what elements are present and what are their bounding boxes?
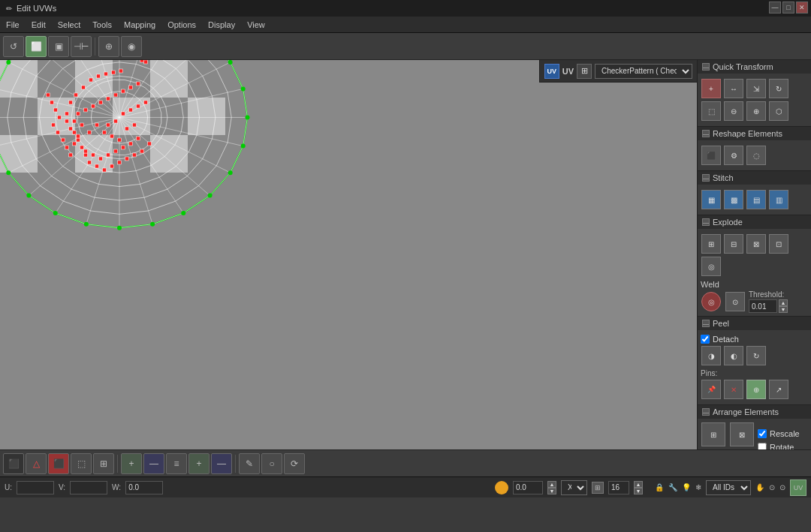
minimize-button[interactable]: — xyxy=(769,2,781,14)
bt9-btn[interactable]: + xyxy=(188,453,210,474)
pin2-btn[interactable]: ✕ xyxy=(724,380,743,399)
peel1-btn[interactable]: ◑ xyxy=(701,346,721,365)
v-input[interactable] xyxy=(70,481,107,494)
explode-collapse[interactable]: — xyxy=(702,218,710,226)
quick-transform-header[interactable]: — Quick Transform xyxy=(698,60,811,74)
qt-move-btn[interactable]: ↔ xyxy=(724,79,743,98)
peel-collapse[interactable]: — xyxy=(702,320,710,327)
bt7-btn[interactable]: — xyxy=(143,453,164,474)
pin1-btn[interactable]: 📌 xyxy=(701,380,721,399)
bt5-btn[interactable]: ⊞ xyxy=(93,453,114,474)
menu-view[interactable]: View xyxy=(241,19,271,31)
detach-checkbox[interactable] xyxy=(701,335,710,344)
pin4-btn[interactable]: ↗ xyxy=(769,380,788,399)
qt-scale-btn[interactable]: ⇲ xyxy=(746,79,766,98)
stitch-collapse[interactable]: — xyxy=(702,174,710,182)
uv-viewport[interactable]: UV UV ⊞ CheckerPattern ( Checker ) xyxy=(0,60,697,449)
arrange-elements-header[interactable]: — Arrange Elements xyxy=(698,405,811,419)
qt-b8-btn[interactable]: ⬡ xyxy=(769,101,788,121)
threshold-down[interactable]: ▼ xyxy=(779,306,788,313)
bt4-btn[interactable]: ⬚ xyxy=(71,453,92,474)
peel3-btn[interactable]: ↻ xyxy=(746,346,766,365)
coord-down[interactable]: ▼ xyxy=(547,488,556,494)
toolbar-select2[interactable]: ▣ xyxy=(48,36,69,57)
explode-header[interactable]: — Explode xyxy=(698,215,811,229)
toolbar-mirror[interactable]: ⊣⊢ xyxy=(71,36,92,57)
qt-b6-btn[interactable]: ⊖ xyxy=(724,101,743,121)
close-button[interactable]: ✕ xyxy=(796,2,808,14)
maximize-button[interactable]: □ xyxy=(782,2,794,14)
svg-point-114 xyxy=(26,194,31,198)
ex5-btn[interactable]: ◎ xyxy=(701,257,721,276)
snow-icon: ❄ xyxy=(695,483,701,491)
main-content: UV UV ⊞ CheckerPattern ( Checker ) — Qui… xyxy=(0,60,811,449)
menu-file[interactable]: File xyxy=(0,19,26,31)
st3-btn[interactable]: ▤ xyxy=(746,190,766,209)
quick-transform-collapse[interactable]: — xyxy=(702,63,710,71)
reshape-collapse[interactable]: — xyxy=(702,130,710,137)
ae1-btn[interactable]: ⊞ xyxy=(701,422,725,446)
menu-tools[interactable]: Tools xyxy=(86,19,118,31)
re1-btn[interactable]: ⬛ xyxy=(701,146,721,165)
st2-btn[interactable]: ▩ xyxy=(724,190,743,209)
threshold-up[interactable]: ▲ xyxy=(779,299,788,306)
re2-btn[interactable]: ⚙ xyxy=(724,146,743,165)
ex4-btn[interactable]: ⊡ xyxy=(769,234,788,254)
u-input[interactable] xyxy=(17,481,54,494)
st1-btn[interactable]: ▦ xyxy=(701,190,721,209)
ex1-btn[interactable]: ⊞ xyxy=(701,234,721,254)
bt10-btn[interactable]: — xyxy=(211,453,232,474)
st4-btn[interactable]: ▥ xyxy=(769,190,788,209)
bt13-btn[interactable]: ⟳ xyxy=(284,453,305,474)
w-input[interactable] xyxy=(125,481,163,494)
toolbar-select-box[interactable]: ⬜ xyxy=(26,36,47,57)
rotate-checkbox[interactable] xyxy=(758,443,767,449)
uv-mode-icon[interactable]: UV xyxy=(544,64,559,79)
menu-edit[interactable]: Edit xyxy=(26,19,52,31)
arrange-collapse[interactable]: — xyxy=(702,408,710,416)
checker-dropdown[interactable]: CheckerPattern ( Checker ) xyxy=(595,64,692,79)
ae2-btn[interactable]: ⊠ xyxy=(730,422,754,446)
rescale-checkbox[interactable] xyxy=(758,429,767,438)
bt8-btn[interactable]: ≡ xyxy=(166,453,187,474)
bt3-btn[interactable]: ⬛ xyxy=(48,453,69,474)
qt-b5-btn[interactable]: ⬚ xyxy=(701,101,721,121)
menu-options[interactable]: Options xyxy=(161,19,202,31)
ex3-btn[interactable]: ⊠ xyxy=(746,234,766,254)
coord-up[interactable]: ▲ xyxy=(547,481,556,488)
bt1-btn[interactable]: ⬛ xyxy=(3,453,24,474)
toolbar-freeform[interactable]: ⊕ xyxy=(98,36,119,57)
ex2-btn[interactable]: ⊟ xyxy=(724,234,743,254)
weld1-btn[interactable]: ◎ xyxy=(701,292,721,311)
peel-header[interactable]: — Peel xyxy=(698,317,811,330)
stitch-header[interactable]: — Stitch xyxy=(698,171,811,185)
pin3-btn[interactable]: ⊕ xyxy=(746,380,766,399)
menu-select[interactable]: Select xyxy=(52,19,87,31)
grid-up[interactable]: ▲ xyxy=(634,481,643,488)
qt-rotate-btn[interactable]: ↻ xyxy=(769,79,788,98)
grid-down[interactable]: ▼ xyxy=(634,488,643,494)
toolbar-rotate-left[interactable]: ↺ xyxy=(3,36,24,57)
bt11-btn[interactable]: ✎ xyxy=(239,453,260,474)
pins-label: Pins: xyxy=(701,369,808,377)
threshold-input[interactable]: 0.01 xyxy=(749,299,777,313)
bt2-btn[interactable]: △ xyxy=(26,453,47,474)
reshape-elements-header[interactable]: — Reshape Elements xyxy=(698,127,811,140)
menu-mapping[interactable]: Mapping xyxy=(118,19,161,31)
weld2-btn[interactable]: ⊙ xyxy=(725,292,745,311)
viewport-grid-icon[interactable]: ⊞ xyxy=(577,64,592,79)
peel2-btn[interactable]: ◐ xyxy=(724,346,743,365)
id-select[interactable]: All IDs xyxy=(706,480,751,495)
uv-sync-btn[interactable]: UV xyxy=(790,479,806,496)
qt-b7-btn[interactable]: ⊕ xyxy=(746,101,766,121)
coord-input[interactable] xyxy=(513,481,543,494)
qt-add-btn[interactable]: + xyxy=(701,79,721,98)
toolbar-weld[interactable]: ◉ xyxy=(121,36,142,57)
menu-display[interactable]: Display xyxy=(202,19,241,31)
grid-input[interactable] xyxy=(608,481,629,494)
re3-btn[interactable]: ◌ xyxy=(746,146,766,165)
bt6-btn[interactable]: + xyxy=(121,453,142,474)
bt12-btn[interactable]: ○ xyxy=(261,453,282,474)
coord-mode-select[interactable]: XY XZ YZ xyxy=(561,480,587,495)
svg-point-109 xyxy=(181,211,185,215)
